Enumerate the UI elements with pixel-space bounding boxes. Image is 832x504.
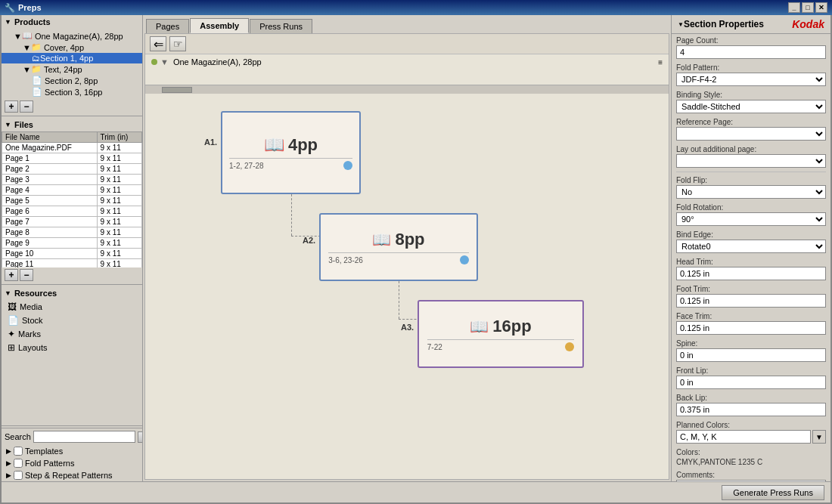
back-lip-input[interactable] bbox=[676, 403, 826, 416]
products-remove-button[interactable]: − bbox=[20, 100, 33, 113]
fold-flip-label: Fold Flip: bbox=[676, 176, 826, 184]
tree-item-text[interactable]: ▼ 📁 Text, 24pp bbox=[2, 63, 142, 75]
main-window: ▼ Products ▼ 📖 One Magazine(A), 28pp ▼ 📁… bbox=[0, 15, 832, 504]
planned-colors-input[interactable] bbox=[676, 430, 811, 444]
expand-check[interactable] bbox=[14, 459, 23, 468]
tree-item-section2[interactable]: 📄 Section 2, 8pp bbox=[2, 75, 142, 86]
tree-item-section3[interactable]: 📄 Section 3, 16pp bbox=[2, 86, 142, 97]
tree-item-cover[interactable]: ▼ 📁 Cover, 4pp bbox=[2, 42, 142, 53]
face-trim-input[interactable] bbox=[676, 321, 826, 335]
table-row[interactable]: Page 89 x 11 bbox=[2, 227, 142, 238]
kodak-logo: Kodak bbox=[792, 18, 824, 30]
files-section-header[interactable]: ▼ Files bbox=[2, 118, 142, 131]
prop-fold-flip: Fold Flip: No bbox=[672, 174, 830, 201]
resources-section-header[interactable]: ▼ Resources bbox=[2, 286, 142, 300]
resource-item-stock[interactable]: 📄Stock bbox=[2, 314, 142, 327]
table-row[interactable]: Page 19 x 11 bbox=[2, 153, 142, 164]
resource-item-media[interactable]: 🖼Media bbox=[2, 300, 142, 314]
binding-style-select[interactable]: Saddle-Stitched bbox=[676, 100, 826, 113]
search-input[interactable] bbox=[33, 431, 135, 443]
right-panel-header: ▼ Section Properties Kodak bbox=[672, 15, 830, 34]
products-add-button[interactable]: + bbox=[5, 100, 18, 113]
bind-edge-select[interactable]: Rotate0 bbox=[676, 240, 826, 253]
expand-check[interactable] bbox=[14, 471, 23, 480]
close-button[interactable]: ✕ bbox=[815, 2, 827, 13]
tree-item-section1[interactable]: 🗂 Section 1, 4pp bbox=[2, 53, 142, 63]
titlebar: 🔧 Preps _ □ ✕ bbox=[0, 0, 832, 15]
resources-section: ▼ Resources 🖼Media📄Stock✦Marks⊞Layouts bbox=[2, 286, 142, 424]
table-row[interactable]: Page 119 x 11 bbox=[2, 259, 142, 268]
bind-edge-label: Bind Edge: bbox=[676, 230, 826, 239]
front-lip-input[interactable] bbox=[676, 376, 826, 389]
section-divider-3 bbox=[2, 425, 142, 426]
stock-icon: 📄 bbox=[8, 315, 19, 326]
sig-a3-label: A3. bbox=[401, 323, 414, 332]
planned-colors-btn[interactable]: ▼ bbox=[812, 430, 826, 444]
table-row[interactable]: Page 79 x 11 bbox=[2, 217, 142, 227]
files-add-button[interactable]: + bbox=[5, 269, 18, 281]
prop-reference-page: Reference Page: bbox=[672, 116, 830, 143]
expand-item-fold-patterns[interactable]: ▶Fold Patterns bbox=[2, 457, 142, 469]
pub-status-dot bbox=[151, 59, 157, 65]
sig-a2-group: A2. 📖 8pp 3-6, 23-26 bbox=[319, 213, 478, 281]
canvas-hscroll[interactable] bbox=[145, 85, 669, 94]
table-row[interactable]: Page 49 x 11 bbox=[2, 185, 142, 196]
tab-pressruns[interactable]: Press Runs bbox=[250, 19, 312, 33]
expand-item-step-&-repeat-patterns[interactable]: ▶Step & Repeat Patterns bbox=[2, 469, 142, 481]
resource-item-layouts[interactable]: ⊞Layouts bbox=[2, 341, 142, 354]
head-trim-input[interactable] bbox=[676, 267, 826, 280]
resource-item-marks[interactable]: ✦Marks bbox=[2, 327, 142, 341]
expand-check[interactable] bbox=[14, 447, 23, 456]
maximize-button[interactable]: □ bbox=[802, 2, 814, 13]
sig-a2-box[interactable]: 📖 8pp 3-6, 23-26 bbox=[319, 213, 478, 281]
prop-page-count: Page Count: bbox=[672, 34, 830, 61]
table-row[interactable]: Page 29 x 11 bbox=[2, 164, 142, 175]
file-name-cell: Page 11 bbox=[2, 259, 98, 268]
search-label: Search bbox=[5, 432, 31, 441]
canvas-toolbar: ⇐ ☞ bbox=[145, 34, 669, 54]
tree-item-label: One Magazine(A), 28pp bbox=[35, 32, 123, 41]
pointer-tool[interactable]: ☞ bbox=[169, 36, 186, 51]
hscroll-thumb[interactable] bbox=[162, 87, 192, 93]
fold-pattern-select[interactable]: JDF-F4-2 bbox=[676, 73, 826, 86]
expand-item-templates[interactable]: ▶Templates bbox=[2, 445, 142, 457]
pub-menu-button[interactable]: ≡ bbox=[658, 58, 663, 66]
minimize-button[interactable]: _ bbox=[788, 2, 800, 13]
sig-a1-color-dot bbox=[343, 161, 352, 170]
prop-fold-rotation: Fold Rotation: 90° bbox=[672, 201, 830, 228]
table-row[interactable]: One Magazine.PDF9 x 11 bbox=[2, 143, 142, 153]
canvas-content[interactable]: A1. 📖 4pp 1-2, 27-28 bbox=[145, 70, 669, 85]
foot-trim-input[interactable] bbox=[676, 294, 826, 308]
reference-page-select[interactable] bbox=[676, 127, 826, 141]
table-row[interactable]: Page 39 x 11 bbox=[2, 175, 142, 185]
tab-assembly[interactable]: Assembly bbox=[190, 18, 249, 33]
move-tool[interactable]: ⇐ bbox=[150, 36, 166, 51]
fold-flip-select[interactable]: No bbox=[676, 185, 826, 199]
sig-a3-box[interactable]: 📖 16pp 7-22 bbox=[418, 300, 584, 368]
trim-cell: 9 x 11 bbox=[97, 259, 141, 268]
generate-press-runs-button[interactable]: Generate Press Runs bbox=[722, 485, 824, 500]
page-count-input[interactable] bbox=[676, 45, 826, 59]
products-tree: ▼ 📖 One Magazine(A), 28pp ▼ 📁 Cover, 4pp… bbox=[2, 29, 142, 99]
table-row[interactable]: Page 59 x 11 bbox=[2, 196, 142, 206]
prop-head-trim: Head Trim: bbox=[672, 255, 830, 283]
products-add-remove-bar: + − bbox=[2, 99, 142, 114]
layout-additional-select[interactable] bbox=[676, 154, 826, 168]
products-section-header[interactable]: ▼ Products bbox=[2, 15, 142, 29]
files-scroll[interactable]: File Name Trim (in) One Magazine.PDF9 x … bbox=[2, 131, 142, 267]
files-table: File Name Trim (in) One Magazine.PDF9 x … bbox=[2, 131, 142, 267]
spine-input[interactable] bbox=[676, 348, 826, 362]
prop-planned-colors: Planned Colors: ▼ bbox=[672, 419, 830, 446]
files-remove-button[interactable]: − bbox=[20, 269, 33, 281]
reset-button[interactable]: Reset bbox=[138, 431, 143, 443]
tree-item-magazine[interactable]: ▼ 📖 One Magazine(A), 28pp bbox=[2, 30, 142, 42]
tab-bar: Pages Assembly Press Runs bbox=[143, 15, 671, 33]
tab-pages[interactable]: Pages bbox=[146, 19, 189, 33]
table-row[interactable]: Page 69 x 11 bbox=[2, 206, 142, 217]
file-name-cell: Page 6 bbox=[2, 206, 98, 217]
sig-a1-box[interactable]: 📖 4pp 1-2, 27-28 bbox=[221, 111, 361, 194]
sig-a3-book-icon: 📖 bbox=[470, 317, 489, 335]
table-row[interactable]: Page 109 x 11 bbox=[2, 249, 142, 259]
fold-rotation-select[interactable]: 90° bbox=[676, 212, 826, 226]
table-row[interactable]: Page 99 x 11 bbox=[2, 238, 142, 249]
